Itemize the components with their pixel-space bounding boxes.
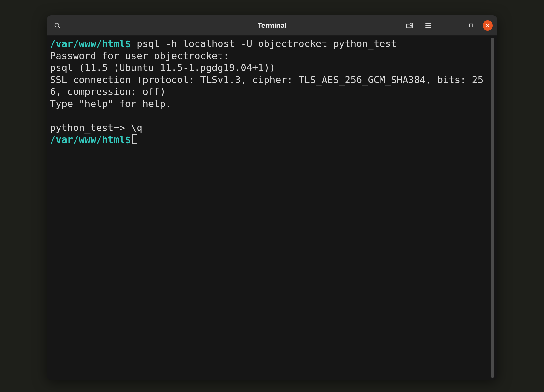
terminal-line: Type "help" for help.: [50, 98, 485, 110]
minimize-icon: [452, 23, 457, 28]
scrollbar[interactable]: [491, 38, 494, 378]
terminal-content[interactable]: /var/www/html$ psql -h localhost -U obje…: [50, 38, 491, 378]
terminal-line: /var/www/html$: [50, 134, 485, 146]
terminal-line: Password for user objectrocket:: [50, 50, 485, 62]
svg-rect-8: [469, 24, 472, 27]
close-button[interactable]: [483, 20, 493, 31]
window-title: Terminal: [258, 21, 286, 30]
maximize-button[interactable]: [466, 20, 476, 31]
titlebar-left: [51, 20, 63, 32]
close-icon: [485, 23, 490, 28]
command-text: psql -h localhost -U objectrocket python…: [131, 38, 397, 49]
terminal-line: [50, 110, 485, 122]
search-button[interactable]: [51, 20, 63, 32]
titlebar: Terminal: [47, 15, 497, 36]
prompt-path: /var/www/html: [50, 134, 125, 145]
maximize-icon: [469, 23, 474, 28]
search-icon: [54, 22, 61, 29]
new-tab-button[interactable]: [404, 20, 416, 32]
terminal-area[interactable]: /var/www/html$ psql -h localhost -U obje…: [47, 36, 497, 380]
svg-line-1: [58, 27, 60, 28]
cursor: [132, 134, 137, 144]
prompt-symbol: $: [125, 134, 131, 145]
terminal-line: python_test=> \q: [50, 122, 485, 134]
terminal-line: /var/www/html$ psql -h localhost -U obje…: [50, 38, 485, 50]
minimize-button[interactable]: [449, 20, 460, 31]
terminal-line: SSL connection (protocol: TLSv1.3, ciphe…: [50, 74, 485, 98]
window-controls: [447, 20, 493, 31]
prompt-symbol: $: [125, 38, 131, 49]
hamburger-menu-icon: [425, 23, 431, 28]
titlebar-separator: [441, 20, 441, 31]
terminal-window: Terminal: [47, 15, 497, 380]
titlebar-right: [404, 20, 493, 32]
prompt-path: /var/www/html: [50, 38, 125, 49]
scrollbar-thumb[interactable]: [491, 38, 494, 378]
terminal-line: psql (11.5 (Ubuntu 11.5-1.pgdg19.04+1)): [50, 62, 485, 74]
menu-button[interactable]: [422, 20, 434, 32]
new-tab-icon: [406, 22, 413, 29]
